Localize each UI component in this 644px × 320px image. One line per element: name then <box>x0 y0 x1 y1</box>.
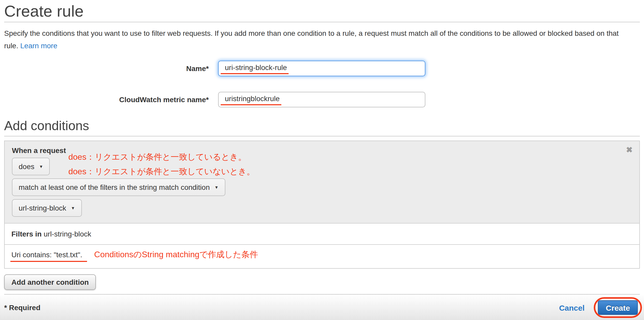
condition-panel-top: ✖ When a request does：リクエストが条件と一致しているとき。… <box>5 141 639 223</box>
add-another-condition-button[interactable]: Add another condition <box>4 274 96 290</box>
rule-form: Name* uri-string-block-rule CloudWatch m… <box>4 61 640 107</box>
page-title: Create rule <box>4 0 640 22</box>
does-dropdown[interactable]: does ▼ <box>12 158 50 175</box>
condition-panel: ✖ When a request does：リクエストが条件と一致しているとき。… <box>4 141 640 269</box>
viewport: Create rule Specify the conditions that … <box>0 0 644 320</box>
filter-text: Uri contains: "test.txt". <box>10 251 87 262</box>
learn-more-link[interactable]: Learn more <box>20 41 57 50</box>
condition-name-dropdown[interactable]: url-string-block ▼ <box>12 199 82 217</box>
name-input[interactable]: uri-string-block-rule <box>218 61 425 76</box>
name-field-row: Name* uri-string-block-rule <box>4 61 640 76</box>
footer-actions: Cancel Create <box>559 300 640 315</box>
caret-down-icon: ▼ <box>71 206 75 210</box>
does-dropdown-value: does <box>19 162 34 171</box>
filters-in-label: Filters in <box>11 230 42 238</box>
does-annotation-1: does：リクエストが条件と一致しているとき。 <box>68 152 246 162</box>
does-annotation-2: does：リクエストが条件と一致していないとき。 <box>68 166 255 177</box>
add-conditions-heading: Add conditions <box>4 118 640 136</box>
match-filters-dropdown[interactable]: match at least one of the filters in the… <box>12 178 225 196</box>
footer-content: * Required Cancel Create <box>0 295 644 315</box>
close-icon[interactable]: ✖ <box>626 146 633 154</box>
footer: * Required Cancel Create <box>0 294 644 320</box>
metric-input[interactable]: uristringblockrule <box>218 92 425 107</box>
match-dropdown-row: match at least one of the filters in the… <box>12 178 632 196</box>
caret-down-icon: ▼ <box>39 164 43 169</box>
filters-in-condition-name: url-string-block <box>44 230 91 238</box>
filter-annotation: ConditionsのString matchingで作成した条件 <box>94 249 258 260</box>
create-rule-page: Create rule Specify the conditions that … <box>0 0 644 320</box>
metric-input-value: uristringblockrule <box>221 94 281 105</box>
create-button[interactable]: Create <box>598 300 638 315</box>
page-content: Create rule Specify the conditions that … <box>0 0 644 290</box>
filters-in-row: Filters in url-string-block <box>5 223 639 244</box>
condition-name-dropdown-value: url-string-block <box>19 204 66 212</box>
match-filters-dropdown-value: match at least one of the filters in the… <box>19 183 210 191</box>
page-description: Specify the conditions that you want to … <box>4 27 640 52</box>
metric-label: CloudWatch metric name* <box>4 95 218 104</box>
metric-field-row: CloudWatch metric name* uristringblockru… <box>4 92 640 107</box>
condition-dropdown-row: url-string-block ▼ <box>12 199 632 217</box>
name-label: Name* <box>4 64 218 73</box>
name-input-value: uri-string-block-rule <box>221 63 289 74</box>
caret-down-icon: ▼ <box>214 185 219 190</box>
description-line-2: rule. <box>4 41 18 50</box>
description-line-1: Specify the conditions that you want to … <box>4 29 619 37</box>
create-button-wrap: Create <box>598 300 638 315</box>
cancel-link[interactable]: Cancel <box>559 303 584 312</box>
required-note: * Required <box>4 303 40 312</box>
filter-row: Uri contains: "test.txt". ConditionsのStr… <box>5 244 639 268</box>
